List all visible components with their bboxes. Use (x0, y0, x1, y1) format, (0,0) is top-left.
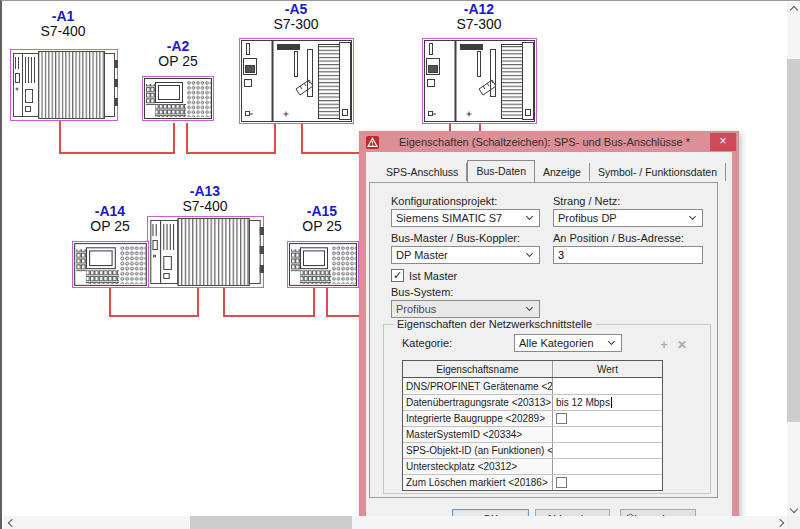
tab-sps-anschluss[interactable]: SPS-Anschluss (378, 163, 467, 181)
bus-adresse-label: An Position / Bus-Adresse: (553, 232, 684, 244)
tab-anzeige[interactable]: Anzeige (535, 163, 590, 181)
bus-master-label: Bus-Master / Bus-Koppler: (391, 232, 520, 244)
device-a12-s7-300[interactable] (422, 38, 537, 124)
bus-master-dropdown[interactable]: DP Master (391, 246, 540, 264)
chevron-down-icon (526, 304, 533, 311)
device-a14-op25[interactable] (72, 241, 149, 288)
table-row[interactable]: Untersteckplatz <20312> (403, 458, 662, 474)
dialog-body: SPS-Anschluss Bus-Daten Anzeige Symbol- … (366, 152, 732, 529)
column-header-eigenschaftsname: Eigenschaftsname (403, 361, 553, 377)
device-a2-op25[interactable] (142, 76, 214, 121)
strang-netz-label: Strang / Netz: (553, 195, 620, 207)
bus-system-label: Bus-System: (391, 286, 453, 298)
ist-master-checkbox[interactable]: ✓ (391, 269, 404, 282)
text-caret (611, 397, 612, 408)
table-row[interactable]: Datenübertragungsrate <20313> bis 12 Mbp… (403, 394, 662, 410)
table-row[interactable]: Integrierte Baugruppe <20289> (403, 410, 662, 426)
delete-property-icon[interactable]: ✕ (675, 338, 689, 352)
bus-system-dropdown: Profibus (391, 300, 540, 318)
strang-netz-dropdown[interactable]: Profibus DP (553, 209, 703, 227)
chevron-down-icon (526, 250, 533, 257)
properties-dialog: Eigenschaften (Schaltzeichen): SPS- und … (359, 131, 739, 529)
value-cell[interactable] (553, 411, 662, 426)
network-interface-group: Eigenschaften der Netzwerkschnittstelle … (383, 324, 711, 494)
device-label-a5: -A5S7-300 (236, 2, 356, 32)
tab-symbol-funktionsdaten[interactable]: Symbol- / Funktionsdaten (590, 163, 726, 181)
table-row[interactable]: Zum Löschen markiert <20186> (403, 474, 662, 490)
horizontal-scrollbar[interactable] (4, 516, 787, 529)
bus-adresse-input[interactable] (553, 246, 703, 264)
device-a5-s7-300[interactable] (239, 38, 354, 124)
horizontal-scrollbar-thumb[interactable] (190, 516, 352, 529)
scroll-down-icon[interactable] (787, 503, 800, 516)
tab-bar: SPS-Anschluss Bus-Daten Anzeige Symbol- … (378, 161, 726, 181)
value-cell[interactable] (553, 475, 662, 490)
device-label-a12: -A12S7-300 (419, 2, 539, 32)
value-cell[interactable] (553, 459, 662, 474)
scroll-right-icon[interactable] (774, 516, 787, 529)
chevron-down-icon (526, 213, 533, 220)
value-cell-editing[interactable]: bis 12 Mbps (553, 395, 662, 410)
vertical-scrollbar[interactable] (787, 2, 800, 516)
ist-master-label: Ist Master (409, 270, 457, 282)
table-checkbox[interactable] (556, 477, 567, 488)
tab-bus-daten[interactable]: Bus-Daten (467, 160, 535, 182)
table-row[interactable]: SPS-Objekt-ID (an Funktionen) <20162> (403, 442, 662, 458)
dialog-titlebar[interactable]: Eigenschaften (Schaltzeichen): SPS- und … (359, 131, 739, 152)
chevron-down-icon (689, 213, 696, 220)
close-icon[interactable]: × (710, 133, 736, 151)
device-label-a1: -A1S7-400 (3, 9, 123, 39)
scroll-left-icon[interactable] (4, 516, 17, 529)
table-row[interactable]: MasterSystemID <20334> (403, 426, 662, 442)
value-cell[interactable] (553, 443, 662, 458)
table-row[interactable]: DNS/PROFINET Gerätename <20309> (403, 378, 662, 394)
column-header-wert: Wert (553, 361, 662, 377)
tab-page-bus-daten: Konfigurationsprojekt: Siemens SIMATIC S… (369, 182, 718, 498)
network-interface-group-title: Eigenschaften der Netzwerkschnittstelle (393, 318, 596, 330)
konfigurationsprojekt-label: Konfigurationsprojekt: (391, 195, 497, 207)
chevron-down-icon (608, 338, 615, 345)
device-a1-s7-400[interactable] (10, 49, 118, 121)
eplan-warning-icon (366, 135, 379, 148)
konfigurationsprojekt-dropdown[interactable]: Siemens SIMATIC S7 (391, 209, 540, 227)
properties-table: Eigenschaftsname Wert DNS/PROFINET Gerät… (402, 360, 663, 491)
dialog-title: Eigenschaften (Schaltzeichen): SPS- und … (379, 136, 710, 148)
value-cell[interactable] (553, 427, 662, 442)
device-label-a2: -A2OP 25 (118, 39, 238, 69)
application-window: -A1S7-400 -A2OP 25 -A5S7-300 -A12S7-300 … (0, 0, 800, 529)
scroll-up-icon[interactable] (787, 2, 800, 15)
kategorie-label: Kategorie: (402, 337, 452, 349)
table-checkbox[interactable] (556, 413, 567, 424)
vertical-scrollbar-thumb[interactable] (787, 59, 800, 422)
scrollbar-corner (787, 516, 800, 529)
add-property-icon[interactable]: + (657, 338, 671, 352)
device-a13-s7-400[interactable] (147, 216, 264, 288)
kategorie-dropdown[interactable]: Alle Kategorien (514, 334, 622, 352)
value-cell[interactable] (553, 378, 662, 394)
device-a15-op25[interactable] (287, 241, 359, 288)
table-header-row: Eigenschaftsname Wert (403, 361, 662, 378)
